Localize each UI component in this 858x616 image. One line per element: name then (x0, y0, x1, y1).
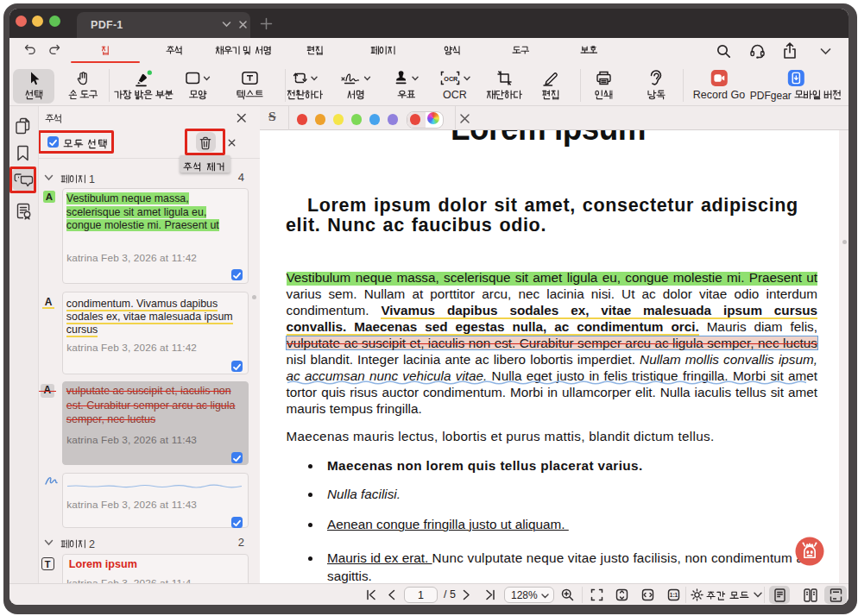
svg-text:1:1: 1:1 (670, 592, 678, 598)
svg-text:OCR: OCR (444, 75, 458, 83)
